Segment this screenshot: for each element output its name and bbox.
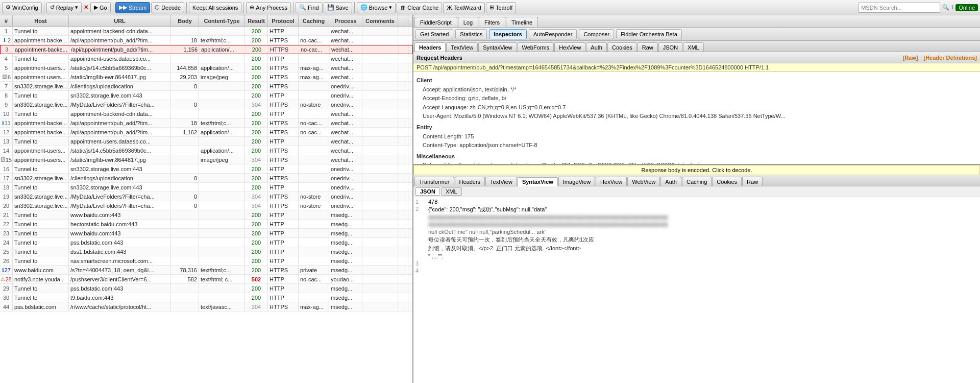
table-row[interactable]: 5 appointment-users... /static/js/14.c5b… [0, 63, 412, 73]
resp-tab-auth[interactable]: Auth [660, 177, 681, 186]
insp-tab-json[interactable]: JSON [658, 42, 682, 52]
table-row[interactable]: 9 sn3302.storage.live... /MyData/LiveFol… [0, 100, 412, 109]
row-comments [362, 210, 398, 219]
response-line: " ...."". [415, 253, 978, 260]
stream-button[interactable]: ▶▶ Stream [115, 2, 150, 13]
rt-btn-fiddler-orchestra-beta[interactable]: Fiddler Orchestra Beta [616, 29, 682, 39]
table-row[interactable]: 29 Tunnel to pss.bdstatic.com:443 200 HT… [0, 284, 412, 293]
insp-tab-textview[interactable]: TextView [446, 42, 478, 52]
table-row[interactable]: 30 Tunnel to t9.baidu.com:443 200 HTTP m… [0, 293, 412, 302]
table-row[interactable]: 10 Tunnel to appointment-backend-cdn.dat… [0, 109, 412, 118]
winconfig-button[interactable]: ⚙ WinConfig [2, 2, 42, 13]
top-tab-fiddlerscript[interactable]: FiddlerScript [414, 17, 457, 27]
row-num: 18 [0, 183, 13, 192]
table-row[interactable]: 1 Tunnel to appointment-backend-cdn.data… [0, 27, 412, 36]
insp-tab-raw[interactable]: Raw [638, 42, 658, 52]
insp-tab-webforms[interactable]: WebForms [518, 42, 554, 52]
resp-tab-syntaxview[interactable]: SyntaxView [518, 177, 558, 186]
table-row[interactable]: 44 pss.bdstatic.com /r/www/cache/static/… [0, 302, 412, 312]
entity-section-title: Entity [416, 123, 977, 132]
replay-button[interactable]: ↺ Replay ▾ [46, 2, 82, 13]
resp-tab-transformer[interactable]: Transformer [414, 177, 454, 186]
row-host: sn3302.storage.live... [13, 82, 69, 90]
table-row[interactable]: 12 appointment-backe... /api/appointment… [0, 128, 412, 137]
resp-tab-webview[interactable]: WebView [627, 177, 660, 186]
table-row[interactable]: 19 sn3302.storage.live... /MyData/LiveFo… [0, 192, 412, 201]
insp-tab-syntaxview[interactable]: SyntaxView [478, 42, 517, 52]
msdn-search-input[interactable] [859, 3, 940, 13]
insp-tab-hexview[interactable]: HexView [554, 42, 585, 52]
table-row[interactable]: 7 sn3302.storage.live... /clientlogs/upl… [0, 82, 412, 91]
row-result: 200 [245, 36, 268, 44]
row-protocol: HTTPS [268, 192, 299, 201]
rt-btn-autoresponder[interactable]: AutoResponder [529, 29, 577, 39]
row-process: wechat... [329, 63, 362, 72]
table-row[interactable]: 20 sn3302.storage.live... /MyData/LiveFo… [0, 201, 412, 210]
anyprocess-button[interactable]: ⊕ Any Process [246, 2, 291, 13]
rt-btn-inspectors[interactable]: Inspectors [489, 29, 527, 39]
resp-tab-headers[interactable]: Headers [455, 177, 485, 186]
row-url: /r/www/cache/static/protocol/ht... [69, 302, 171, 311]
resp-tab-textview[interactable]: TextView [485, 177, 517, 186]
row-num: 5 [0, 63, 13, 72]
insp-tab-auth[interactable]: Auth [586, 42, 607, 52]
insp-tab-headers[interactable]: Headers [414, 42, 446, 52]
top-tab-log[interactable]: Log [458, 17, 478, 27]
table-row[interactable]: 8 Tunnel to sn3302.storage.live.com:443 … [0, 91, 412, 100]
keep-button[interactable]: Keep: All sessions [189, 2, 241, 13]
top-tab-timeline[interactable]: Timeline [506, 17, 538, 27]
resp-tab-raw[interactable]: Raw [742, 177, 763, 186]
tearoff-button[interactable]: ⊞ Tearoff [486, 2, 516, 13]
clearcache-button[interactable]: 🗑 Clear Cache [397, 2, 442, 13]
row-process: wechat... [329, 137, 362, 146]
table-row[interactable]: 23 Tunnel to www.baidu.com:443 200 HTTP … [0, 229, 412, 238]
table-row[interactable]: 14 appointment-users... /static/js/14.c5… [0, 146, 412, 155]
save-button[interactable]: 💾 Save [324, 2, 352, 13]
resp-tab-imageview[interactable]: ImageView [558, 177, 595, 186]
line-content: null ckOutTime" null null,"parkingSchedu… [428, 229, 978, 235]
table-row[interactable]: 25 Tunnel to dss1.bdstatic.com:443 200 H… [0, 247, 412, 256]
rt-btn-composer[interactable]: Composer [579, 29, 614, 39]
resp-tab-cookies[interactable]: Cookies [712, 177, 742, 186]
table-row[interactable]: 13 Tunnel to appointment-users.dataesb.c… [0, 137, 412, 146]
insp-tab-cookies[interactable]: Cookies [607, 42, 637, 52]
find-button[interactable]: 🔍 Find [296, 2, 322, 13]
textwizard-button[interactable]: Ж TextWizard [443, 2, 485, 13]
jx-tab-json[interactable]: JSON [415, 187, 440, 196]
table-row[interactable]: 18 Tunnel to sn3302.storage.live.com:443… [0, 183, 412, 192]
encode-bar[interactable]: Response body is encoded. Click to decod… [413, 165, 980, 175]
table-row[interactable]: 17 sn3302.storage.live... /clientlogs/up… [0, 174, 412, 183]
line-number: 3 [415, 260, 428, 267]
table-row[interactable]: ℹ 27 www.baidu.com /s?tn=44004473_18_oem… [0, 266, 412, 275]
table-row[interactable]: 3 appointment-backe... /api/appointment/… [0, 45, 412, 54]
table-row[interactable]: 🖼 15 appointment-users... /static/img/li… [0, 155, 412, 164]
line-number [415, 222, 428, 228]
line-content: 到馆，请及时取消。</p>2. 正门口 元素的选项. </font></font… [428, 245, 978, 252]
table-row[interactable]: ℹ 11 appointment-backe... /api/appointme… [0, 118, 412, 128]
top-tab-filters[interactable]: Filters [479, 17, 505, 27]
table-row[interactable]: ⚠ 28 notify3.note.youda... /pushserver3/… [0, 275, 412, 284]
right-pane: FiddlerScriptLogFiltersTimeline Get Star… [413, 15, 980, 383]
table-row[interactable]: 21 Tunnel to www.baidu.com:443 200 HTTP … [0, 210, 412, 220]
rt-btn-statistics[interactable]: Statistics [455, 29, 487, 39]
resp-tab-hexview[interactable]: HexView [596, 177, 627, 186]
row-ctype [199, 100, 245, 109]
browse-button[interactable]: 🌐 Browse ▾ [357, 2, 396, 13]
table-row[interactable]: 4 Tunnel to appointment-users.dataesb.co… [0, 54, 412, 63]
insp-tab-xml[interactable]: XML [683, 42, 704, 52]
row-result: 200 [245, 174, 268, 182]
table-row[interactable]: 24 Tunnel to pss.bdstatic.com:443 200 HT… [0, 238, 412, 247]
table-row[interactable]: ℹ 2 appointment-backe... /api/appointmen… [0, 36, 412, 45]
go-button[interactable]: ▶ Go [90, 2, 111, 13]
table-row[interactable]: 16 Tunnel to sn3302.storage.live.com:443… [0, 164, 412, 174]
jx-tab-xml[interactable]: XML [441, 187, 462, 196]
table-row[interactable]: 🖼 6 appointment-users... /static/img/lib… [0, 73, 412, 82]
table-row[interactable]: 26 Tunnel to nav.smartscreen.microsoft.c… [0, 256, 412, 266]
table-row[interactable]: 22 Tunnel to hectorstatic.baidu.com:443 … [0, 220, 412, 229]
decode-button[interactable]: ⬡ Decode [151, 2, 184, 13]
row-comments [362, 266, 398, 274]
rt-btn-get-started[interactable]: Get Started [415, 29, 453, 39]
resp-tab-caching[interactable]: Caching [682, 177, 712, 186]
row-result: 200 [245, 256, 268, 265]
toolbar-sep-4 [243, 2, 244, 13]
